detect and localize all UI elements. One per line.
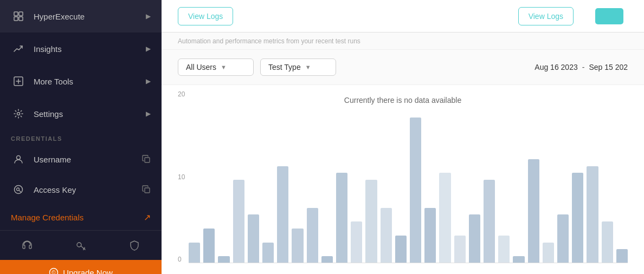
all-users-dropdown[interactable]: All Users ▼ <box>178 58 254 76</box>
svg-rect-3 <box>19 17 23 21</box>
sidebar-bottom-icons <box>0 230 162 260</box>
sidebar-item-settings[interactable]: Settings ▶ <box>0 97 162 130</box>
test-type-label: Test Type <box>268 63 301 71</box>
grid-icon <box>11 9 26 24</box>
chart-bar <box>233 180 244 263</box>
chart-bar <box>557 214 569 263</box>
chart-bar <box>543 243 554 263</box>
trending-icon <box>11 41 26 56</box>
manage-credentials-label: Manage Credentials <box>11 213 144 222</box>
top-bar: View Logs View Logs <box>162 0 644 32</box>
view-logs-button-2[interactable]: View Logs <box>518 7 574 25</box>
date-range: Aug 16 2023 - Sep 15 202 <box>534 63 628 71</box>
chart-bar <box>498 236 510 263</box>
svg-rect-0 <box>14 12 18 16</box>
view-logs-button-1[interactable]: View Logs <box>178 7 233 25</box>
date-dash: - <box>582 63 585 71</box>
username-label: Username <box>34 155 142 164</box>
key-circle-icon <box>11 182 26 197</box>
chevron-right-icon: ▶ <box>146 45 151 53</box>
chart-bar <box>277 166 288 263</box>
chart-bar <box>484 180 495 263</box>
teal-action-button[interactable] <box>595 8 623 24</box>
sidebar-item-insights[interactable]: Insights ▶ <box>0 32 162 65</box>
sidebar-more-tools-label: More Tools <box>34 77 146 86</box>
svg-point-10 <box>15 186 23 194</box>
y-axis-labels: 20 10 0 <box>178 90 185 263</box>
chevron-down-icon: ▼ <box>221 64 227 70</box>
key-button[interactable] <box>54 231 107 260</box>
svg-point-14 <box>77 243 81 247</box>
date-end: Sep 15 202 <box>589 63 628 71</box>
external-link-icon: ↗ <box>144 212 151 223</box>
chevron-right-icon: ▶ <box>146 12 151 20</box>
chart-bar <box>616 249 628 263</box>
y-axis-top: 20 <box>178 90 185 98</box>
svg-rect-9 <box>145 158 150 162</box>
date-start: Aug 16 2023 <box>534 63 577 71</box>
chart-bar <box>189 243 200 263</box>
all-users-label: All Users <box>186 63 216 71</box>
svg-text:©: © <box>51 270 56 274</box>
copy-icon-2[interactable] <box>142 185 151 194</box>
chart-bar <box>572 173 583 263</box>
test-type-dropdown[interactable]: Test Type ▼ <box>260 58 336 76</box>
chart-bar <box>528 159 539 263</box>
plus-icon <box>11 74 26 89</box>
upgrade-now-bar[interactable]: © Upgrade Now <box>0 260 162 274</box>
sidebar-settings-label: Settings <box>34 109 146 119</box>
manage-credentials-item[interactable]: Manage Credentials ↗ <box>0 205 162 230</box>
upgrade-icon: © <box>49 268 59 274</box>
svg-line-12 <box>19 191 21 192</box>
chart-bar <box>248 214 259 263</box>
chart-bar <box>351 221 362 263</box>
credentials-section-label: CREDENTIALS <box>0 130 162 144</box>
chart-bar <box>336 173 347 263</box>
sidebar-item-access-key[interactable]: Access Key <box>0 174 162 205</box>
chart-bar <box>454 236 466 263</box>
headset-button[interactable] <box>0 231 54 260</box>
chart-bar <box>307 208 318 263</box>
chart-bar <box>469 214 480 263</box>
subtitle-bar: Automation and performance metrics from … <box>162 32 644 50</box>
sidebar-item-hyperexecute[interactable]: HyperExecute ▶ <box>0 0 162 32</box>
chart-bar <box>365 180 377 263</box>
svg-rect-1 <box>19 12 23 16</box>
chart-bar <box>439 173 450 263</box>
chart-bar <box>292 229 303 263</box>
filters-row: All Users ▼ Test Type ▼ Aug 16 2023 - Se… <box>162 50 644 85</box>
svg-point-7 <box>17 113 20 115</box>
access-key-label: Access Key <box>34 185 142 194</box>
chart-bar <box>262 243 274 263</box>
sidebar-item-username[interactable]: Username <box>0 144 162 174</box>
x-axis-line <box>189 263 628 263</box>
svg-rect-13 <box>145 188 150 193</box>
sidebar: HyperExecute ▶ Insights ▶ More Tools ▶ <box>0 0 162 274</box>
chart-bar <box>381 208 392 263</box>
sidebar-item-more-tools[interactable]: More Tools ▶ <box>0 65 162 97</box>
chart-bar <box>602 221 613 263</box>
main-content: View Logs View Logs Automation and perfo… <box>162 0 644 274</box>
chart-bar <box>410 118 421 263</box>
svg-rect-2 <box>14 17 18 21</box>
no-data-message: Currently there is no data available <box>344 96 461 105</box>
chevron-right-icon: ▶ <box>146 77 151 85</box>
shield-button[interactable] <box>108 231 162 260</box>
y-axis-bottom: 0 <box>178 256 185 263</box>
svg-point-8 <box>17 156 21 160</box>
chart-bar <box>203 229 215 263</box>
chart-area: Currently there is no data available 20 … <box>162 85 644 274</box>
settings-icon <box>11 106 26 121</box>
bars-container <box>189 118 628 263</box>
sidebar-hyperexecute-label: HyperExecute <box>34 12 146 21</box>
chevron-down-icon-2: ▼ <box>305 64 311 70</box>
y-axis-mid: 10 <box>178 173 185 181</box>
copy-icon[interactable] <box>142 155 151 164</box>
upgrade-label: Upgrade Now <box>63 268 113 275</box>
chart-bar <box>395 236 407 263</box>
chart-bar <box>587 166 598 263</box>
chart-bar <box>424 208 436 263</box>
chevron-right-icon: ▶ <box>146 110 151 118</box>
sidebar-insights-label: Insights <box>34 44 146 54</box>
user-icon <box>11 152 26 167</box>
